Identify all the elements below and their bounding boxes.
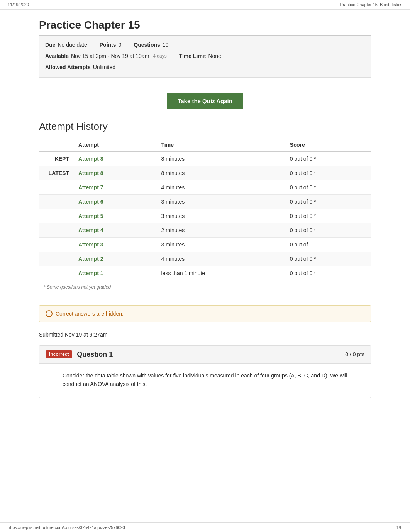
row-label: [39, 266, 74, 280]
page-title-tab: Practice Chapter 15: Biostatistics: [340, 2, 402, 7]
row-label: [39, 194, 74, 209]
quiz-title: Practice Chapter 15: [39, 14, 371, 36]
row-time: 3 minutes: [157, 194, 285, 209]
attempt-link[interactable]: Attempt 7: [78, 184, 103, 190]
attempt-link[interactable]: Attempt 8: [78, 170, 103, 176]
allowed-item: Allowed Attempts Unlimited: [45, 63, 115, 72]
top-bar: 11/19/2020 Practice Chapter 15: Biostati…: [0, 0, 410, 10]
row-time: 8 minutes: [157, 151, 285, 166]
table-row: Attempt 42 minutes0 out of 0 *: [39, 223, 371, 237]
row-time: 2 minutes: [157, 223, 285, 237]
row-attempt[interactable]: Attempt 4: [74, 223, 157, 237]
row-score: 0 out of 0 *: [285, 209, 371, 223]
points-label: Points: [100, 40, 116, 50]
row-attempt[interactable]: Attempt 6: [74, 194, 157, 209]
allowed-value: Unlimited: [93, 63, 115, 72]
available-extra: 4 days: [153, 52, 166, 61]
available-label: Available: [45, 51, 69, 61]
row-label: [39, 252, 74, 266]
row-label: LATEST: [39, 166, 74, 180]
points-value: 0: [119, 40, 122, 50]
attempt-link[interactable]: Attempt 8: [78, 156, 103, 162]
row-time: 3 minutes: [157, 209, 285, 223]
table-row: Attempt 33 minutes0 out of 0: [39, 237, 371, 252]
time-limit-label: Time Limit: [179, 51, 206, 61]
col-time-header: Time: [157, 139, 285, 151]
question-1-body: Consider the data table shown with value…: [39, 364, 371, 398]
correct-answers-text: Correct answers are hidden.: [56, 311, 124, 317]
points-item: Points 0: [100, 40, 122, 50]
row-time: 4 minutes: [157, 252, 285, 266]
available-value: Nov 15 at 2pm - Nov 19 at 10am: [71, 51, 149, 61]
row-attempt[interactable]: Attempt 1: [74, 266, 157, 280]
attempt-table: Attempt Time Score KEPTAttempt 88 minute…: [39, 139, 371, 280]
allowed-label: Allowed Attempts: [45, 63, 91, 72]
table-row: Attempt 53 minutes0 out of 0 *: [39, 209, 371, 223]
attempt-link[interactable]: Attempt 3: [78, 241, 103, 248]
attempt-history-title: Attempt History: [39, 121, 371, 133]
row-attempt[interactable]: Attempt 3: [74, 237, 157, 252]
row-attempt[interactable]: Attempt 2: [74, 252, 157, 266]
row-attempt[interactable]: Attempt 8: [74, 166, 157, 180]
row-time: 4 minutes: [157, 180, 285, 194]
col-attempt-header: Attempt: [74, 139, 157, 151]
row-attempt[interactable]: Attempt 7: [74, 180, 157, 194]
row-score: 0 out of 0 *: [285, 223, 371, 237]
questions-value: 10: [163, 40, 169, 50]
row-label: [39, 209, 74, 223]
meta-row-2: Available Nov 15 at 2pm - Nov 19 at 10am…: [45, 51, 365, 61]
quiz-meta: Due No due date Points 0 Questions 10 Av…: [39, 36, 371, 78]
row-time: less than 1 minute: [157, 266, 285, 280]
main-content: Practice Chapter 15 Due No due date Poin…: [31, 10, 379, 421]
attempt-link[interactable]: Attempt 5: [78, 213, 103, 219]
row-score: 0 out of 0 *: [285, 151, 371, 166]
attempt-link[interactable]: Attempt 1: [78, 270, 103, 276]
questions-item: Questions 10: [134, 40, 168, 50]
date-label: 11/19/2020: [8, 2, 29, 7]
row-score: 0 out of 0 *: [285, 180, 371, 194]
row-score: 0 out of 0 *: [285, 166, 371, 180]
correct-answers-box: i Correct answers are hidden.: [39, 305, 371, 322]
table-row: LATESTAttempt 88 minutes0 out of 0 *: [39, 166, 371, 180]
attempt-link[interactable]: Attempt 2: [78, 256, 103, 262]
table-row: Attempt 63 minutes0 out of 0 *: [39, 194, 371, 209]
table-row: Attempt 24 minutes0 out of 0 *: [39, 252, 371, 266]
available-item: Available Nov 15 at 2pm - Nov 19 at 10am…: [45, 51, 167, 61]
question-1-block: Incorrect Question 1 0 / 0 pts Consider …: [39, 345, 371, 398]
table-row: KEPTAttempt 88 minutes0 out of 0 *: [39, 151, 371, 166]
attempt-link[interactable]: Attempt 4: [78, 227, 103, 233]
row-time: 3 minutes: [157, 237, 285, 252]
question-1-title: Question 1: [77, 350, 113, 359]
row-attempt[interactable]: Attempt 8: [74, 151, 157, 166]
time-limit-value: None: [208, 51, 221, 61]
row-label: KEPT: [39, 151, 74, 166]
attempt-link[interactable]: Attempt 6: [78, 199, 103, 205]
row-label: [39, 237, 74, 252]
row-label: [39, 180, 74, 194]
row-attempt[interactable]: Attempt 5: [74, 209, 157, 223]
incorrect-badge: Incorrect: [46, 350, 72, 358]
meta-row-3: Allowed Attempts Unlimited: [45, 63, 365, 72]
row-time: 8 minutes: [157, 166, 285, 180]
row-score: 0 out of 0 *: [285, 252, 371, 266]
question-1-text: Consider the data table shown with value…: [63, 371, 347, 389]
due-value: No due date: [58, 40, 87, 50]
row-score: 0 out of 0: [285, 237, 371, 252]
submitted-text: Submitted Nov 19 at 9:27am: [39, 328, 371, 345]
table-row: Attempt 1less than 1 minute0 out of 0 *: [39, 266, 371, 280]
due-item: Due No due date: [45, 40, 87, 50]
due-label: Due: [45, 40, 55, 50]
row-score: 0 out of 0 *: [285, 194, 371, 209]
questions-label: Questions: [134, 40, 160, 50]
row-label: [39, 223, 74, 237]
take-quiz-button[interactable]: Take the Quiz Again: [167, 93, 243, 109]
col-score-header: Score: [285, 139, 371, 151]
footnote: * Some questions not yet graded: [39, 280, 371, 294]
question-1-pts: 0 / 0 pts: [345, 351, 364, 357]
question-1-header-left: Incorrect Question 1: [46, 350, 113, 359]
info-icon: i: [46, 310, 53, 317]
time-limit-item: Time Limit None: [179, 51, 221, 61]
row-score: 0 out of 0 *: [285, 266, 371, 280]
question-1-header: Incorrect Question 1 0 / 0 pts: [39, 346, 371, 364]
col-label-header: [39, 139, 74, 151]
